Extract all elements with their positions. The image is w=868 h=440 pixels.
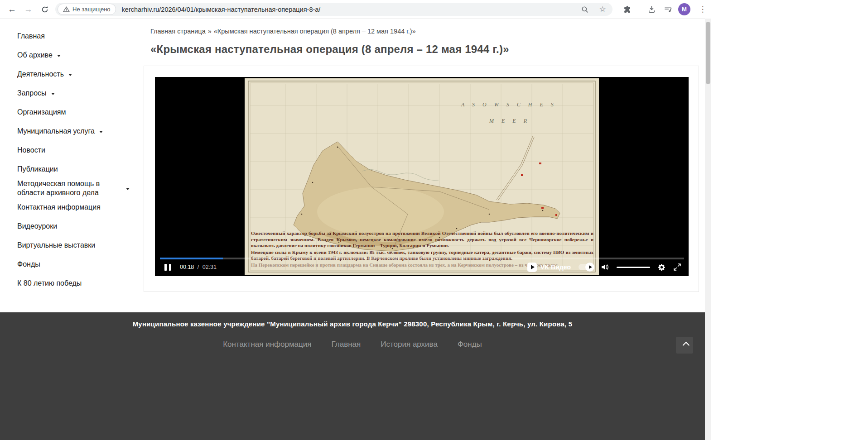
map-frame: A S O W S C H E S M E E R Ожесточенный х…	[245, 78, 599, 275]
breadcrumb-home-link[interactable]: Главная страница	[150, 28, 206, 35]
sidebar-item-video-lessons[interactable]: Видеоуроки	[5, 217, 135, 236]
breadcrumb: Главная страница»«Крымская наступательна…	[150, 28, 416, 35]
sidebar-item-methodical-help[interactable]: Методическая помощь в области архивного …	[5, 179, 135, 198]
volume-slider[interactable]	[617, 267, 650, 268]
media-controls-icon[interactable]	[661, 3, 675, 16]
page-scrollbar[interactable]	[705, 19, 711, 440]
warning-icon	[63, 6, 70, 12]
video-caption-paragraph: Немецкие силы в Крыму к осени 1943 г. вк…	[251, 249, 593, 262]
chevron-down-icon	[51, 93, 55, 95]
sidebar-item-funds[interactable]: Фонды	[5, 255, 135, 274]
footer-links: Контактная информация Главная История ар…	[0, 340, 705, 349]
security-chip[interactable]: Не защищено	[58, 4, 116, 15]
sidebar-item-contacts[interactable]: Контактная информация	[5, 198, 135, 217]
current-time: 00:18	[180, 264, 194, 270]
sidebar-item-requests[interactable]: Запросы	[5, 84, 135, 103]
pause-button[interactable]	[164, 264, 171, 271]
vk-video-brand[interactable]: VK Видео	[527, 263, 571, 272]
chevron-down-icon	[99, 131, 103, 133]
volume-icon[interactable]	[601, 263, 609, 271]
sidebar: Главная Об архиве Деятельность Запросы О…	[5, 21, 135, 293]
scrollbar-thumb[interactable]	[706, 22, 710, 84]
footer-link-funds[interactable]: Фонды	[458, 340, 482, 349]
sidebar-item-organizations[interactable]: Организациям	[5, 103, 135, 122]
autoplay-knob-icon	[585, 263, 594, 272]
scroll-to-top-button[interactable]	[676, 337, 693, 354]
page-title: «Крымская наступательная операция (8 апр…	[150, 43, 509, 56]
bookmark-star-icon[interactable]: ☆	[598, 5, 607, 14]
breadcrumb-separator: »	[208, 28, 212, 35]
breadcrumb-current: «Крымская наступательная операция (8 апр…	[214, 28, 416, 35]
sea-label-line2: M E E R	[489, 118, 530, 124]
video-caption-paragraph: Ожесточенный характер борьбы за Крымский…	[251, 230, 593, 249]
video-duration: 02:31	[203, 264, 217, 270]
profile-avatar[interactable]: M	[678, 3, 690, 15]
screen: ← → Не защищено kercharhiv.ru/2026/04/01…	[0, 0, 868, 440]
vk-video-label: VK Видео	[540, 263, 571, 271]
video-card: A S O W S C H E S M E E R Ожесточенный х…	[144, 66, 699, 292]
video-controls: 00:18 / 02:31 VK Видео	[164, 261, 681, 273]
time-separator: /	[198, 264, 199, 270]
sidebar-item-activity[interactable]: Деятельность	[5, 65, 135, 84]
vk-video-logo-icon	[527, 263, 537, 272]
footer-link-contacts[interactable]: Контактная информация	[223, 340, 311, 349]
security-label: Не защищено	[72, 6, 111, 13]
settings-gear-icon[interactable]	[658, 263, 665, 271]
footer-address: Муниципальное казенное учреждение "Муниц…	[0, 320, 705, 328]
footer-link-archive-history[interactable]: История архива	[381, 340, 438, 349]
sea-label-line1: A S O W S C H E S	[461, 101, 557, 108]
chevron-up-icon	[682, 342, 690, 349]
sidebar-item-publications[interactable]: Публикации	[5, 160, 135, 179]
video-progress-bar[interactable]	[160, 258, 684, 259]
url-text: kercharhiv.ru/2026/04/01/крымская-наступ…	[122, 6, 321, 13]
address-bar[interactable]: Не защищено kercharhiv.ru/2026/04/01/кры…	[55, 3, 612, 16]
video-player[interactable]: A S O W S C H E S M E E R Ожесточенный х…	[155, 77, 689, 276]
forward-icon[interactable]: →	[22, 3, 35, 16]
video-progress-played	[160, 258, 223, 259]
fullscreen-icon[interactable]	[673, 263, 681, 271]
chevron-down-icon	[126, 188, 130, 190]
chevron-down-icon	[57, 55, 61, 57]
downloads-icon[interactable]	[645, 3, 658, 16]
extensions-icon[interactable]	[621, 3, 634, 16]
back-icon[interactable]: ←	[5, 3, 19, 16]
zoom-icon[interactable]	[581, 5, 589, 14]
footer-link-home[interactable]: Главная	[332, 340, 361, 349]
reload-icon[interactable]	[38, 3, 51, 16]
chevron-down-icon	[68, 74, 72, 76]
browser-menu-icon[interactable]: ⋮	[696, 3, 709, 16]
sidebar-item-virtual-exhibitions[interactable]: Виртуальные выставки	[5, 236, 135, 255]
autoplay-toggle[interactable]	[579, 264, 593, 270]
sidebar-item-home[interactable]: Главная	[5, 27, 135, 46]
sidebar-item-municipal-service[interactable]: Муниципальная услуга	[5, 122, 135, 141]
footer: Муниципальное казенное учреждение "Муниц…	[0, 312, 705, 440]
sidebar-item-80-victory[interactable]: К 80 летию победы	[5, 274, 135, 293]
sidebar-item-news[interactable]: Новости	[5, 141, 135, 160]
browser-toolbar: ← → Не защищено kercharhiv.ru/2026/04/01…	[0, 0, 711, 19]
video-time: 00:18 / 02:31	[180, 264, 217, 270]
sidebar-item-about[interactable]: Об архиве	[5, 46, 135, 65]
